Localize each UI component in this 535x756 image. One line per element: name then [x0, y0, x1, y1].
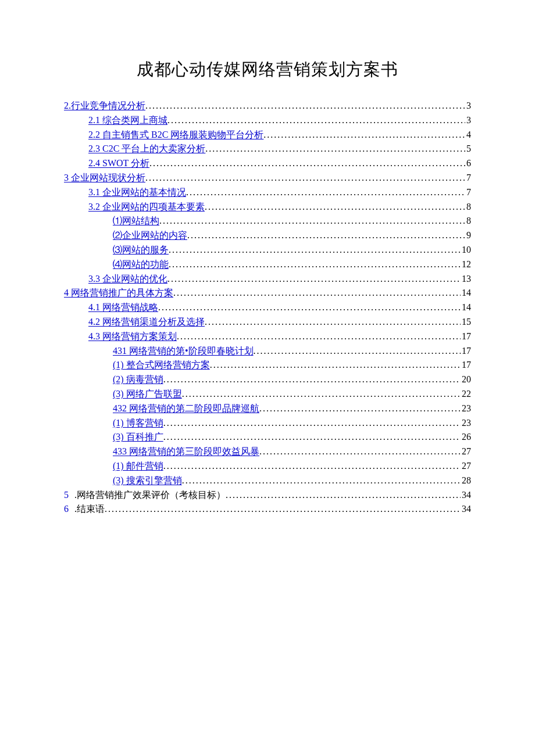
toc-page-number: 28 [461, 474, 471, 488]
toc-link[interactable]: ⑴网站结构 [113, 214, 159, 228]
toc-page-number: 17 [461, 329, 471, 344]
toc-page-number: 15 [461, 315, 471, 329]
toc-link[interactable]: 433 网络营销的第三阶段即效益风暴 [113, 445, 259, 459]
toc-entry: (1) 整合式网络营销方案17 [64, 358, 471, 372]
document-title: 成都心动传媒网络营销策划方案书 [64, 58, 471, 81]
toc-entry: 3 企业网站现状分析7 [64, 171, 471, 185]
toc-page-number: 14 [461, 300, 471, 315]
toc-leader-dots [159, 214, 465, 228]
toc-link[interactable]: 2.4 SWOT 分析 [88, 156, 149, 171]
toc-leader-dots [259, 445, 461, 459]
toc-page-number: 5 [465, 142, 471, 156]
toc-entry: ⑶网站的服务10 [64, 243, 471, 257]
toc-entry: 3.3 企业网站的优化13 [64, 272, 471, 286]
toc-entry: (2) 病毒营销20 [64, 372, 471, 387]
toc-link[interactable]: (2) 病毒营销 [113, 372, 163, 387]
toc-page-number: 13 [461, 272, 471, 286]
toc-link[interactable]: 3 企业网站现状分析 [64, 171, 145, 185]
toc-leader-dots [205, 200, 465, 214]
toc-leader-dots [167, 113, 465, 128]
toc-link[interactable]: ⑵企业网站的内容 [113, 228, 187, 243]
toc-link[interactable]: 2.行业竞争情况分析 [64, 99, 145, 113]
toc-page-number: 27 [461, 445, 471, 459]
toc-link[interactable]: 2.1 综合类网上商城 [88, 113, 167, 128]
toc-link[interactable]: 3.1 企业网站的基本情况 [88, 185, 186, 200]
toc-link[interactable]: 432 网络营销的第二阶段即品牌巡航 [113, 402, 259, 416]
toc-page-number: 7 [465, 171, 471, 185]
toc-entry: 2.3 C2C 平台上的大卖家分析5 [64, 142, 471, 156]
toc-leader-dots [182, 387, 461, 402]
toc-link[interactable]: (3) 搜索引擎营销 [113, 474, 182, 488]
toc-leader-dots [210, 358, 461, 372]
toc-leader-dots [182, 474, 461, 488]
toc-page-number: 9 [465, 228, 471, 243]
toc-entry: (1) 博客营销23 [64, 416, 471, 431]
toc-page-number: 27 [461, 459, 471, 474]
toc-link[interactable]: (1) 整合式网络营销方案 [113, 358, 210, 372]
toc-page-number: 4 [465, 128, 471, 142]
toc-entry: 4.1 网络营销战略14 [64, 300, 471, 315]
document-page: 成都心动传媒网络营销策划方案书 2.行业竞争情况分析32.1 综合类网上商城32… [0, 0, 535, 756]
toc-link[interactable]: 4.3 网络营销方案策划 [88, 329, 177, 344]
toc-page-number: 3 [465, 99, 471, 113]
toc-leader-dots [105, 502, 461, 517]
toc-entry: 6.结束语34 [64, 502, 471, 517]
toc-entry: 4 网络营销推广的具体方案14 [64, 286, 471, 300]
toc-leader-dots [177, 329, 461, 344]
toc-leader-dots [226, 488, 461, 503]
toc-leader-dots [163, 459, 461, 474]
toc-link[interactable]: (3) 百科推广 [113, 430, 163, 445]
toc-leader-dots [163, 372, 461, 387]
toc-leader-dots [263, 128, 465, 142]
toc-entry: 4.2 网络营销渠道分析及选择15 [64, 315, 471, 329]
toc-link[interactable]: (1) 博客营销 [113, 416, 163, 431]
toc-link[interactable]: (3) 网络广告联盟 [113, 387, 182, 402]
toc-link: .网络营销推广效果评价（考核目标） [74, 488, 226, 503]
toc-entry: 3.1 企业网站的基本情况7 [64, 185, 471, 200]
toc-leader-dots [149, 156, 465, 171]
toc-link[interactable]: ⑷网站的功能 [113, 257, 169, 272]
toc-entry: 2.4 SWOT 分析6 [64, 156, 471, 171]
toc-entry: 433 网络营销的第三阶段即效益风暴27 [64, 445, 471, 459]
toc-link[interactable]: 431 网络营销的第•阶段即春晓计划 [113, 344, 254, 359]
toc-link[interactable]: 3.3 企业网站的优化 [88, 272, 167, 286]
toc-leader-dots [187, 228, 465, 243]
toc-entry: 431 网络营销的第•阶段即春晓计划17 [64, 344, 471, 359]
toc-leader-dots [169, 243, 461, 257]
toc-page-number: 8 [465, 200, 471, 214]
toc-leader-dots [259, 402, 461, 416]
toc-number-prefix: 5 [64, 488, 74, 503]
toc-leader-dots [163, 430, 461, 445]
toc-link[interactable]: 4.1 网络营销战略 [88, 300, 158, 315]
toc-link[interactable]: 2.3 C2C 平台上的大卖家分析 [88, 142, 205, 156]
toc-link[interactable]: 4 网络营销推广的具体方案 [64, 286, 173, 300]
toc-link[interactable]: 2.2 自主销售式 B2C 网络服装购物平台分析 [88, 128, 263, 142]
toc-page-number: 8 [465, 214, 471, 228]
toc-entry: 5.网络营销推广效果评价（考核目标）34 [64, 488, 471, 503]
toc-page-number: 6 [465, 156, 471, 171]
toc-link[interactable]: 3.2 企业网站的四项基本要素 [88, 200, 205, 214]
toc-page-number: 10 [461, 243, 471, 257]
toc-entry: ⑴网站结构8 [64, 214, 471, 228]
toc-leader-dots [205, 315, 461, 329]
toc-entry: 4.3 网络营销方案策划17 [64, 329, 471, 344]
toc-leader-dots [254, 344, 461, 359]
toc-entry: (3) 百科推广26 [64, 430, 471, 445]
toc-entry: (1) 邮件营销27 [64, 459, 471, 474]
toc-leader-dots [169, 257, 461, 272]
toc-entry: (3) 搜索引擎营销28 [64, 474, 471, 488]
toc-page-number: 34 [461, 488, 471, 503]
toc-link[interactable]: (1) 邮件营销 [113, 459, 163, 474]
toc-page-number: 22 [461, 387, 471, 402]
toc-leader-dots [186, 185, 465, 200]
toc-page-number: 34 [461, 502, 471, 517]
toc-entry: 2.行业竞争情况分析3 [64, 99, 471, 113]
toc-leader-dots [158, 300, 461, 315]
toc-link[interactable]: 4.2 网络营销渠道分析及选择 [88, 315, 205, 329]
toc-entry: ⑷网站的功能12 [64, 257, 471, 272]
table-of-contents: 2.行业竞争情况分析32.1 综合类网上商城32.2 自主销售式 B2C 网络服… [64, 99, 471, 517]
toc-leader-dots [145, 171, 465, 185]
toc-page-number: 17 [461, 344, 471, 359]
toc-entry: ⑵企业网站的内容9 [64, 228, 471, 243]
toc-link[interactable]: ⑶网站的服务 [113, 243, 169, 257]
